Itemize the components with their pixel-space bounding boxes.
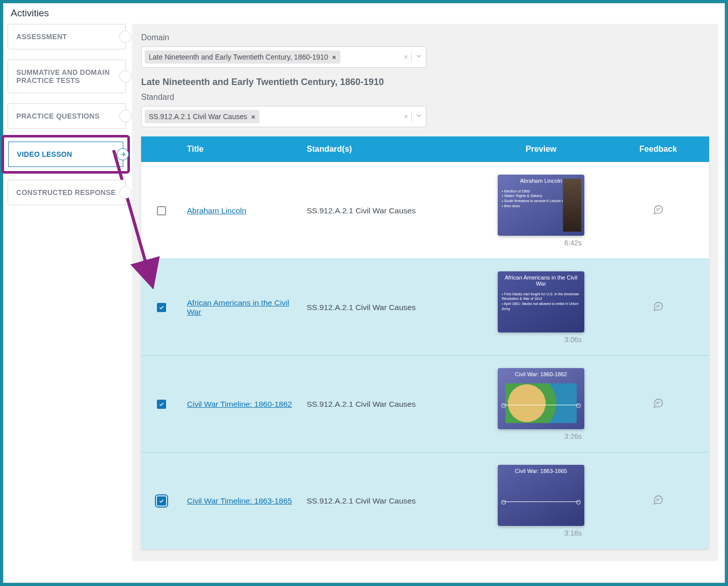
annotation-highlight: VIDEO LESSON: [2, 135, 130, 174]
lesson-standard: SS.912.A.2.1 Civil War Causes: [302, 395, 475, 414]
lesson-standard: SS.912.A.2.1 Civil War Causes: [302, 201, 475, 220]
main: Domain Late Nineteenth and Early Twentie…: [126, 24, 724, 582]
tag-text: SS.912.A.2.1 Civil War Causes: [149, 113, 247, 121]
lesson-title-link[interactable]: Civil War Timeline: 1863-1865: [187, 496, 292, 505]
col-standards: Standard(s): [302, 136, 475, 162]
video-duration: 6:42s: [564, 239, 582, 247]
sidebar-knob: [119, 110, 131, 122]
app-window: Activities ASSESSMENT SUMMATIVE AND DOMA…: [3, 3, 725, 583]
domain-label: Domain: [141, 33, 709, 42]
table-row: Civil War Timeline: 1863-1865 SS.912.A.2…: [141, 452, 709, 549]
clear-icon[interactable]: ×: [404, 113, 408, 121]
col-title: Title: [182, 136, 302, 162]
table-row: Civil War Timeline: 1860-1862 SS.912.A.2…: [141, 355, 709, 452]
thumb-title: African Americans in the Civil War: [498, 271, 584, 290]
thumb-bullets: • Free blacks had fought for U.S. in the…: [498, 290, 584, 314]
select-controls: ×: [404, 51, 423, 63]
thumb-image: [563, 179, 581, 232]
header: Activities: [4, 4, 724, 24]
arrow-right-icon: [119, 151, 126, 158]
feedback-icon[interactable]: [653, 398, 664, 411]
chevron-down-icon[interactable]: [415, 111, 423, 122]
preview-thumbnail[interactable]: Abraham Lincoln • Election of 1860• Stat…: [498, 175, 584, 236]
sidebar-item-label: SUMMATIVE AND DOMAIN PRACTICE TESTS: [16, 68, 110, 85]
separator: [411, 111, 412, 122]
sidebar-item-label: ASSESSMENT: [16, 33, 67, 41]
page-title: Activities: [11, 8, 717, 19]
row-checkbox[interactable]: [157, 206, 166, 215]
sidebar-knob: [119, 31, 131, 43]
sidebar-item-constructed-response[interactable]: CONSTRUCTED RESPONSE: [8, 180, 126, 205]
domain-tag: Late Nineteenth and Early Twentieth Cent…: [145, 50, 340, 64]
video-duration: 3:06s: [564, 336, 582, 344]
filter-panel: Domain Late Nineteenth and Early Twentie…: [132, 24, 718, 561]
section-title: Late Nineteenth and Early Twentieth Cent…: [141, 77, 709, 88]
video-duration: 3:26s: [564, 432, 582, 440]
remove-tag-icon[interactable]: ×: [251, 113, 255, 121]
feedback-icon[interactable]: [653, 204, 664, 217]
standard-label: Standard: [141, 93, 709, 102]
results-table: Title Standard(s) Preview Feedback Abrah…: [141, 136, 709, 549]
table-header-row: Title Standard(s) Preview Feedback: [141, 136, 709, 162]
video-duration: 3:18s: [564, 529, 582, 537]
sidebar-item-label: PRACTICE QUESTIONS: [16, 112, 99, 120]
row-checkbox[interactable]: [157, 496, 166, 506]
sidebar-item-video-lesson[interactable]: VIDEO LESSON: [8, 142, 123, 167]
sidebar-knob: [119, 70, 131, 82]
content: ASSESSMENT SUMMATIVE AND DOMAIN PRACTICE…: [4, 24, 724, 582]
feedback-icon[interactable]: [653, 301, 664, 314]
standard-tag: SS.912.A.2.1 Civil War Causes ×: [145, 110, 259, 123]
sidebar-knob: [117, 148, 129, 160]
thumb-title: Civil War: 1860-1862: [498, 368, 584, 380]
table-body: Abraham Lincoln SS.912.A.2.1 Civil War C…: [141, 162, 709, 549]
lesson-title-link[interactable]: Civil War Timeline: 1860-1862: [187, 400, 292, 408]
preview-thumbnail[interactable]: Civil War: 1863-1865: [498, 465, 584, 526]
sidebar-item-practice-questions[interactable]: PRACTICE QUESTIONS: [8, 103, 126, 129]
col-preview: Preview: [475, 136, 607, 162]
col-feedback: Feedback: [607, 136, 709, 162]
chevron-down-icon[interactable]: [415, 52, 423, 62]
select-controls: ×: [404, 111, 423, 122]
timeline-line: [503, 501, 579, 502]
tag-text: Late Nineteenth and Early Twentieth Cent…: [149, 53, 328, 61]
thumb-map: [505, 383, 577, 423]
sidebar-item-label: VIDEO LESSON: [17, 150, 72, 158]
separator: [411, 51, 412, 63]
thumb-title: Civil War: 1863-1865: [498, 465, 584, 477]
row-checkbox[interactable]: [157, 303, 166, 312]
lesson-standard: SS.912.A.2.1 Civil War Causes: [302, 298, 475, 317]
sidebar-item-assessment[interactable]: ASSESSMENT: [8, 24, 126, 49]
domain-select[interactable]: Late Nineteenth and Early Twentieth Cent…: [141, 46, 426, 68]
sidebar-item-label: CONSTRUCTED RESPONSE: [16, 188, 116, 197]
lesson-title-link[interactable]: African Americans in the Civil War: [187, 298, 289, 316]
sidebar-item-summative[interactable]: SUMMATIVE AND DOMAIN PRACTICE TESTS: [8, 60, 126, 93]
lesson-standard: SS.912.A.2.1 Civil War Causes: [302, 491, 475, 511]
table-row: Abraham Lincoln SS.912.A.2.1 Civil War C…: [141, 162, 709, 259]
preview-thumbnail[interactable]: Civil War: 1860-1862: [498, 368, 584, 429]
remove-tag-icon[interactable]: ×: [332, 53, 336, 61]
timeline-line: [503, 405, 579, 405]
feedback-icon[interactable]: [653, 494, 664, 508]
table-row: African Americans in the Civil War SS.91…: [141, 259, 709, 355]
row-checkbox[interactable]: [157, 400, 166, 409]
lesson-title-link[interactable]: Abraham Lincoln: [187, 206, 246, 215]
standard-select[interactable]: SS.912.A.2.1 Civil War Causes × ×: [141, 106, 426, 127]
clear-icon[interactable]: ×: [404, 53, 408, 61]
preview-thumbnail[interactable]: African Americans in the Civil War • Fre…: [498, 271, 584, 332]
sidebar-knob: [119, 186, 131, 199]
sidebar: ASSESSMENT SUMMATIVE AND DOMAIN PRACTICE…: [4, 24, 126, 582]
